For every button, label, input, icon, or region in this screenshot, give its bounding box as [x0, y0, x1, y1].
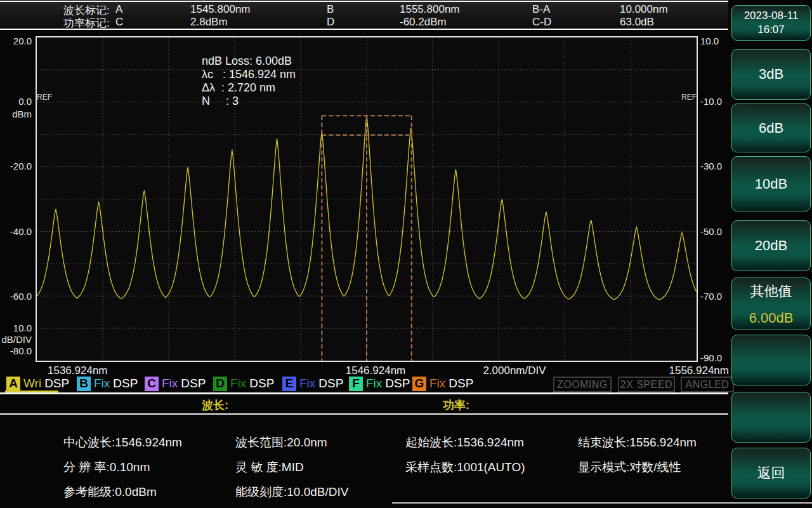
setting-readout: 能级刻度:10.0dB/DIV — [235, 484, 348, 500]
setting-readout: 结束波长:1556.924nm — [578, 434, 697, 451]
y-axis-left-tick: -40.0 — [0, 226, 32, 237]
sidebar-button-empty-2[interactable] — [731, 392, 811, 443]
marker-c-letter: C — [115, 16, 123, 29]
setting-readout: 起始波长:1536.924nm — [405, 434, 524, 451]
time-text: 16:07 — [757, 23, 785, 37]
button-label: 20dB — [755, 237, 787, 254]
x-axis-div-label: 2.000nm/DIV — [470, 364, 559, 377]
date-text: 2023-08-11 — [744, 9, 799, 23]
status-angled: ANGLED — [681, 377, 734, 392]
trace-mode-label: Fix — [162, 377, 178, 391]
trace-mode-label: Fix — [299, 377, 315, 391]
trace-legend-item-f[interactable]: FFixDSP — [349, 376, 410, 391]
marker-d-letter: D — [327, 16, 334, 29]
sidebar-button-20db[interactable]: 20dB — [731, 220, 811, 271]
marker-b-a-value: 10.000nm — [620, 3, 668, 16]
ndb-analysis-readout: ndB Loss: 6.00dBλc : 1546.924 nmΔλ : 2.7… — [202, 55, 296, 108]
bottom-edge-line — [392, 502, 812, 504]
power-section-header: 功率: — [443, 398, 469, 413]
setting-readout: 波长范围:20.0nm — [235, 434, 327, 451]
status-zooming: ZOOMING — [553, 377, 612, 392]
separator-line-top — [0, 392, 728, 394]
sidebar-button-6db[interactable]: 6dB — [731, 104, 811, 152]
sidebar-button-10db[interactable]: 10dB — [731, 156, 811, 211]
marker-a-letter: A — [115, 3, 122, 16]
marker-c-value: 2.8dBm — [190, 16, 228, 29]
trace-letter-badge: C — [145, 377, 159, 391]
trace-legend-item-b[interactable]: BFixDSP — [77, 376, 138, 391]
y-axis-div-value: 10.0 — [0, 323, 32, 334]
y-axis-left-unit: dBm — [0, 109, 32, 120]
separator-line-bottom — [0, 413, 728, 415]
trace-type-label: DSP — [385, 377, 410, 391]
marker-b-letter: B — [327, 3, 334, 16]
marker-bar: 波长标记: A 1545.800nm B 1555.800nm B-A 10.0… — [0, 1, 728, 30]
button-label: 10dB — [755, 176, 787, 192]
sidebar-button-other-value[interactable]: 其他值6.00dB — [731, 277, 811, 330]
ref-marker-left: REF — [37, 93, 52, 102]
x-axis-end-label: 1556.924nm — [665, 364, 729, 377]
spectrum-plot[interactable] — [36, 36, 698, 362]
trace-mode-label: Fix — [366, 377, 382, 391]
marker-d-value: -60.2dBm — [400, 16, 447, 29]
trace-type-label: DSP — [113, 377, 138, 391]
button-label: 3dB — [759, 66, 783, 83]
status-2x-speed: 2X SPEED — [618, 377, 675, 392]
setting-readout: 灵 敏 度:MID — [235, 459, 304, 476]
marker-a-value: 1545.800nm — [190, 3, 251, 16]
marker-c-d-value: 63.0dB — [620, 16, 654, 29]
marker-b-value: 1555.800nm — [400, 3, 460, 16]
datetime-button[interactable]: 2023-08-11 16:07 — [731, 5, 811, 41]
button-label: 6dB — [759, 120, 783, 137]
x-axis-center-label: 1546.924nm — [331, 364, 420, 377]
trace-mode-label: Wri — [23, 377, 41, 391]
trace-letter-badge: D — [213, 377, 227, 391]
trace-mode-label: Fix — [429, 377, 445, 391]
trace-mode-label: Fix — [230, 377, 246, 391]
trace-legend-item-d[interactable]: DFixDSP — [213, 376, 274, 391]
sidebar-button-back[interactable]: 返回 — [731, 448, 811, 498]
setting-readout: 显示模式:对数/线性 — [578, 459, 681, 476]
power-marker-label: 功率标记: — [63, 16, 110, 30]
setting-readout: 采样点数:1001(AUTO) — [405, 459, 525, 476]
y-axis-right-tick: -70.0 — [700, 291, 730, 302]
trace-type-label: DSP — [449, 377, 473, 391]
y-axis-right-tick: -50.0 — [700, 226, 730, 237]
trace-letter-badge: E — [282, 377, 296, 391]
trace-legend-item-g[interactable]: GFixDSP — [412, 376, 473, 391]
trace-type-label: DSP — [181, 377, 206, 391]
setting-readout: 中心波长:1546.924nm — [63, 434, 182, 451]
x-axis-start-label: 1536.924nm — [48, 364, 108, 377]
y-axis-div-unit: dB/DIV — [0, 334, 32, 345]
y-axis-left-tick: -20.0 — [0, 161, 32, 172]
button-value: 6.00dB — [749, 310, 794, 326]
spectrum-svg — [37, 37, 697, 361]
analysis-line: λc : 1546.924 nm — [202, 68, 296, 81]
trace-legend-item-c[interactable]: CFixDSP — [145, 376, 206, 391]
sidebar-button-empty-1[interactable] — [731, 335, 811, 385]
trace-letter-badge: A — [6, 377, 20, 391]
sidebar-button-3db[interactable]: 3dB — [731, 49, 811, 100]
trace-letter-badge: B — [77, 377, 91, 391]
trace-legend-item-e[interactable]: EFixDSP — [282, 376, 343, 391]
button-label: 其他值 — [750, 282, 792, 301]
marker-c-d-label: C-D — [532, 16, 551, 29]
y-axis-left-tick: 20.0 — [0, 36, 32, 47]
trace-type-label: DSP — [318, 377, 343, 391]
trace-letter-badge: F — [349, 377, 363, 391]
analysis-line: ndB Loss: 6.00dB — [202, 55, 296, 68]
y-axis-left-tick: -60.0 — [0, 291, 32, 302]
osa-screen: 波长标记: A 1545.800nm B 1555.800nm B-A 10.0… — [0, 0, 812, 508]
wavelength-section-header: 波长: — [202, 398, 228, 413]
button-label: 返回 — [757, 464, 785, 483]
wavelength-marker-row: 波长标记: A 1545.800nm B 1555.800nm B-A 10.0… — [0, 3, 728, 16]
y-axis-right-tick: 10.0 — [700, 36, 730, 47]
y-axis-right-tick: -30.0 — [700, 161, 730, 172]
ref-marker-right: REF — [681, 93, 697, 102]
trace-legend-item-a[interactable]: AWriDSP — [6, 376, 69, 391]
y-axis-left-tick: 0.0 — [0, 96, 32, 107]
y-axis-right-tick: -90.0 — [700, 352, 730, 364]
y-axis-right-tick: -10.0 — [700, 96, 730, 107]
trace-mode-label: Fix — [94, 377, 110, 391]
trace-letter-badge: G — [412, 377, 426, 391]
